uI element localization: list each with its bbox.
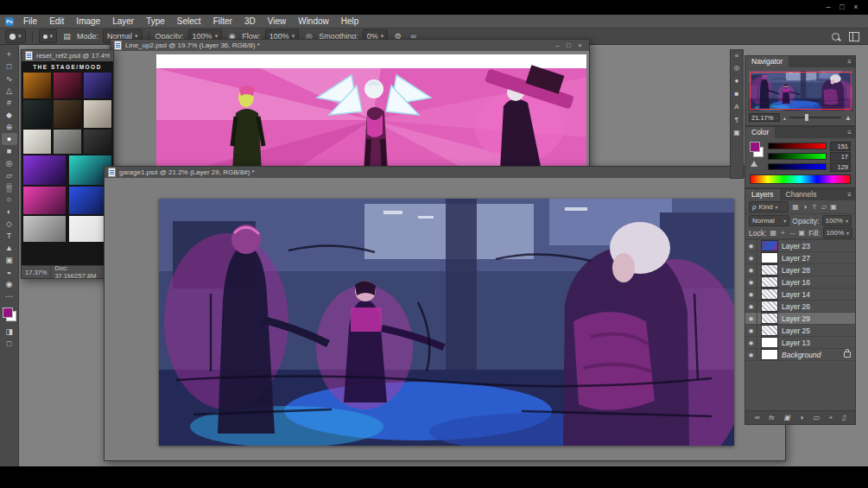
zoom-level-field[interactable]: 17.37% [22,266,51,278]
toggle-brush-settings-icon[interactable]: ▤ [61,32,73,41]
layer-row[interactable]: ◉Layer 29 [745,313,855,325]
hand-tool[interactable]: ◒ [2,266,17,278]
zoom-out-icon[interactable]: ▴ [783,115,786,121]
layer-row[interactable]: ◉Background [745,349,855,361]
zoom-tool[interactable]: ◉ [2,278,17,290]
visibility-toggle[interactable]: ◉ [745,313,757,324]
color-slider-red[interactable] [768,143,827,149]
tab-channels[interactable]: Channels [780,189,823,200]
menu-item-edit[interactable]: Edit [43,15,70,28]
color-value-blue[interactable]: 129 [830,162,851,172]
menu-item-select[interactable]: Select [171,15,207,28]
new-layer-icon[interactable]: + [828,414,833,421]
zoom-slider-knob[interactable] [805,114,808,121]
clone-stamp-tool[interactable]: ■ [2,145,17,157]
layer-fill-select[interactable]: 100%▾ [823,227,852,238]
close-button[interactable]: × [574,41,586,49]
filter-type-layers-icon[interactable]: T [810,203,819,211]
visibility-toggle[interactable]: ◉ [745,264,757,276]
foreground-color-swatch[interactable] [3,307,13,318]
type-tool[interactable]: T [2,230,17,242]
paragraph-panel-icon[interactable]: ¶ [732,116,742,124]
edit-toolbar-button[interactable]: ⋯ [2,290,17,302]
panel-menu-icon[interactable]: ≡ [844,189,855,200]
search-icon[interactable] [832,33,839,41]
dodge-tool[interactable]: ◐ [2,206,17,218]
tab-color[interactable]: Color [745,127,775,138]
lock-pixels-icon[interactable]: + [778,229,787,237]
minimize-button[interactable]: – [552,41,563,49]
layer-row[interactable]: ◉Layer 14 [745,288,855,301]
color-spectrum-ramp[interactable] [750,174,851,184]
clone-source-panel-icon[interactable]: ■ [732,90,742,98]
filter-adjustment-layers-icon[interactable]: ◑ [801,203,809,211]
link-layers-icon[interactable]: ∞ [755,414,760,421]
brush-settings-panel-icon[interactable]: ● [732,77,742,85]
brush-preset-picker[interactable]: ▾ [39,29,58,43]
menu-item-window[interactable]: Window [292,15,335,28]
moodboard-canvas[interactable]: THE STAGE/MOOD [22,61,113,266]
zoom-slider[interactable] [789,117,841,118]
quick-selection-tool[interactable]: △ [2,85,17,97]
menu-item-image[interactable]: Image [70,15,106,28]
screen-mode-button[interactable]: □ [2,338,17,350]
layer-row[interactable]: ◉Layer 23 [745,240,855,252]
blur-tool[interactable]: ○ [2,193,17,206]
visibility-toggle[interactable]: ◉ [745,337,757,348]
zoom-in-icon[interactable]: ▲ [845,114,852,122]
filter-smart-objects-icon[interactable]: ▣ [829,203,838,211]
adjustment-layer-icon[interactable]: ◑ [800,414,804,421]
visibility-toggle[interactable]: ◉ [745,349,757,360]
panel-menu-icon[interactable]: ≡ [844,127,855,138]
delete-layer-icon[interactable]: ▯ [842,414,846,421]
maximize-button[interactable]: □ [563,41,574,49]
collapse-dock-icon[interactable]: « [735,52,738,60]
visibility-toggle[interactable]: ◉ [745,301,757,312]
marquee-tool[interactable]: □ [2,60,17,73]
menu-item-help[interactable]: Help [335,15,365,28]
panel-menu-icon[interactable]: ≡ [844,56,855,67]
lock-all-icon[interactable]: ▣ [797,229,806,237]
lineup-canvas[interactable] [156,54,586,178]
color-slider-green[interactable] [768,153,827,160]
filter-shape-layers-icon[interactable]: ▱ [820,203,828,211]
navigator-preview[interactable] [749,71,852,111]
foreground-color-swatch[interactable] [750,142,760,152]
layer-row[interactable]: ◉Layer 28 [745,264,855,276]
menu-item-type[interactable]: Type [140,15,171,28]
layer-row[interactable]: ◉Layer 27 [745,252,855,264]
menu-item-3d[interactable]: 3D [238,15,262,28]
history-panel-icon[interactable]: ◎ [732,64,742,72]
layer-opacity-select[interactable]: 100%▾ [822,215,852,226]
layer-style-icon[interactable]: fx [769,414,774,421]
layer-row[interactable]: ◉Layer 26 [745,301,855,313]
document-window-lineup[interactable]: Line_up2.psd @ 19.7% (Layer 36, RGB/8) *… [110,39,590,179]
lock-position-icon[interactable]: ↔ [788,229,796,237]
tool-preset-picker[interactable]: ▾ [5,29,26,43]
tab-layers[interactable]: Layers [745,189,780,200]
brush-tool[interactable]: ● [2,133,17,145]
moodboard-titlebar[interactable]: reset_ref2.psd @ 17.4% (Layer 72, RGB/8)… [22,50,113,62]
libraries-panel-icon[interactable]: ▣ [732,129,742,136]
path-selection-tool[interactable]: ▲ [2,242,17,254]
character-panel-icon[interactable]: A [732,103,742,111]
tab-navigator[interactable]: Navigator [745,56,789,67]
garage-titlebar[interactable]: garage1.psd @ 21.2% (Layer 29, RGB/8#) *… [105,167,785,179]
garage-canvas[interactable] [159,199,734,446]
shape-tool[interactable]: ▣ [2,254,17,266]
color-value-red[interactable]: 151 [830,142,851,151]
document-window-garage[interactable]: garage1.psd @ 21.2% (Layer 29, RGB/8#) *… [104,166,786,461]
gradient-tool[interactable]: ▒ [2,181,17,193]
visibility-toggle[interactable]: ◉ [745,252,757,263]
filter-pixel-layers-icon[interactable]: ▦ [791,203,800,211]
maximize-button[interactable]: □ [835,0,849,15]
color-slider-blue[interactable] [768,163,827,170]
workspace-switcher-icon[interactable] [849,32,859,41]
quick-mask-button[interactable]: ◨ [2,326,17,338]
layer-row[interactable]: ◉Layer 13 [745,337,855,349]
navigator-proxy-view-box[interactable] [750,72,852,110]
pen-tool[interactable]: ◇ [2,218,17,230]
crop-tool[interactable]: # [2,97,17,109]
filter-type-select[interactable]: ρKind▾ [749,201,789,212]
lock-transparency-icon[interactable]: ▦ [769,229,777,237]
